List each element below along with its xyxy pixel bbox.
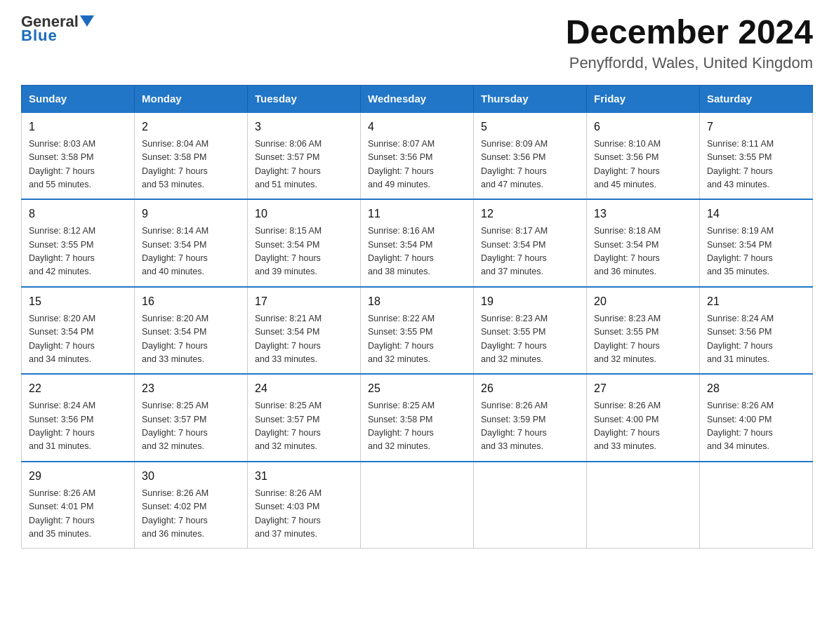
day-number: 22 <box>29 380 127 397</box>
day-number: 1 <box>29 119 127 135</box>
calendar-cell: 17Sunrise: 8:21 AMSunset: 3:54 PMDayligh… <box>248 287 361 375</box>
location-text: Penyffordd, Wales, United Kingdom <box>566 54 813 72</box>
day-info: Sunrise: 8:23 AMSunset: 3:55 PMDaylight:… <box>481 312 579 367</box>
calendar-cell: 3Sunrise: 8:06 AMSunset: 3:57 PMDaylight… <box>248 112 361 200</box>
title-section: December 2024 Penyffordd, Wales, United … <box>566 14 813 72</box>
calendar-cell <box>474 462 587 549</box>
day-number: 27 <box>594 380 692 397</box>
day-number: 5 <box>481 119 579 135</box>
day-number: 16 <box>142 293 240 310</box>
day-number: 4 <box>368 119 466 135</box>
calendar-cell <box>361 462 474 549</box>
calendar-cell: 4Sunrise: 8:07 AMSunset: 3:56 PMDaylight… <box>361 112 474 200</box>
calendar-cell: 25Sunrise: 8:25 AMSunset: 3:58 PMDayligh… <box>361 374 474 462</box>
calendar-header-thursday: Thursday <box>474 85 587 112</box>
calendar-cell: 1Sunrise: 8:03 AMSunset: 3:58 PMDaylight… <box>22 112 135 200</box>
calendar-cell: 8Sunrise: 8:12 AMSunset: 3:55 PMDaylight… <box>22 199 135 287</box>
calendar-header-sunday: Sunday <box>22 85 135 112</box>
day-info: Sunrise: 8:24 AMSunset: 3:56 PMDaylight:… <box>707 312 805 367</box>
day-info: Sunrise: 8:23 AMSunset: 3:55 PMDaylight:… <box>594 312 692 367</box>
day-number: 15 <box>29 293 127 310</box>
calendar-header-monday: Monday <box>135 85 248 112</box>
day-info: Sunrise: 8:26 AMSunset: 4:00 PMDaylight:… <box>707 399 805 454</box>
day-number: 14 <box>707 206 805 222</box>
day-info: Sunrise: 8:14 AMSunset: 3:54 PMDaylight:… <box>142 224 240 279</box>
day-info: Sunrise: 8:19 AMSunset: 3:54 PMDaylight:… <box>707 224 805 279</box>
day-info: Sunrise: 8:11 AMSunset: 3:55 PMDaylight:… <box>707 137 805 192</box>
calendar-header-wednesday: Wednesday <box>361 85 474 112</box>
day-number: 9 <box>142 206 240 222</box>
day-info: Sunrise: 8:10 AMSunset: 3:56 PMDaylight:… <box>594 137 692 192</box>
calendar-week-row: 15Sunrise: 8:20 AMSunset: 3:54 PMDayligh… <box>22 287 813 375</box>
day-info: Sunrise: 8:26 AMSunset: 4:00 PMDaylight:… <box>594 399 692 454</box>
day-number: 26 <box>481 380 579 397</box>
day-info: Sunrise: 8:06 AMSunset: 3:57 PMDaylight:… <box>255 137 353 192</box>
calendar-cell: 18Sunrise: 8:22 AMSunset: 3:55 PMDayligh… <box>361 287 474 375</box>
calendar-week-row: 1Sunrise: 8:03 AMSunset: 3:58 PMDaylight… <box>22 112 813 200</box>
calendar-header-tuesday: Tuesday <box>248 85 361 112</box>
day-info: Sunrise: 8:09 AMSunset: 3:56 PMDaylight:… <box>481 137 579 192</box>
calendar-cell: 7Sunrise: 8:11 AMSunset: 3:55 PMDaylight… <box>700 112 813 200</box>
day-info: Sunrise: 8:22 AMSunset: 3:55 PMDaylight:… <box>368 312 466 367</box>
day-info: Sunrise: 8:25 AMSunset: 3:57 PMDaylight:… <box>255 399 353 454</box>
logo: General Blue <box>21 14 94 45</box>
calendar-week-row: 29Sunrise: 8:26 AMSunset: 4:01 PMDayligh… <box>22 462 813 549</box>
day-number: 8 <box>29 206 127 222</box>
day-number: 19 <box>481 293 579 310</box>
day-number: 24 <box>255 380 353 397</box>
month-title: December 2024 <box>566 14 813 51</box>
calendar-header-saturday: Saturday <box>700 85 813 112</box>
calendar-cell <box>700 462 813 549</box>
day-info: Sunrise: 8:20 AMSunset: 3:54 PMDaylight:… <box>29 312 127 367</box>
calendar-cell: 31Sunrise: 8:26 AMSunset: 4:03 PMDayligh… <box>248 462 361 549</box>
page-header: General Blue December 2024 Penyffordd, W… <box>21 14 813 72</box>
calendar-cell: 10Sunrise: 8:15 AMSunset: 3:54 PMDayligh… <box>248 199 361 287</box>
day-number: 23 <box>142 380 240 397</box>
day-info: Sunrise: 8:03 AMSunset: 3:58 PMDaylight:… <box>29 137 127 192</box>
calendar-cell: 13Sunrise: 8:18 AMSunset: 3:54 PMDayligh… <box>587 199 700 287</box>
calendar-cell: 11Sunrise: 8:16 AMSunset: 3:54 PMDayligh… <box>361 199 474 287</box>
calendar-cell <box>587 462 700 549</box>
logo-blue-text: Blue <box>21 27 58 45</box>
calendar-week-row: 8Sunrise: 8:12 AMSunset: 3:55 PMDaylight… <box>22 199 813 287</box>
day-info: Sunrise: 8:07 AMSunset: 3:56 PMDaylight:… <box>368 137 466 192</box>
calendar-cell: 24Sunrise: 8:25 AMSunset: 3:57 PMDayligh… <box>248 374 361 462</box>
calendar-cell: 5Sunrise: 8:09 AMSunset: 3:56 PMDaylight… <box>474 112 587 200</box>
day-info: Sunrise: 8:26 AMSunset: 3:59 PMDaylight:… <box>481 399 579 454</box>
day-number: 20 <box>594 293 692 310</box>
day-info: Sunrise: 8:12 AMSunset: 3:55 PMDaylight:… <box>29 224 127 279</box>
calendar-header-row: SundayMondayTuesdayWednesdayThursdayFrid… <box>22 85 813 112</box>
day-info: Sunrise: 8:26 AMSunset: 4:02 PMDaylight:… <box>142 487 240 542</box>
calendar-cell: 27Sunrise: 8:26 AMSunset: 4:00 PMDayligh… <box>587 374 700 462</box>
calendar-cell: 19Sunrise: 8:23 AMSunset: 3:55 PMDayligh… <box>474 287 587 375</box>
day-number: 29 <box>29 468 127 485</box>
calendar-table: SundayMondayTuesdayWednesdayThursdayFrid… <box>21 85 813 549</box>
day-number: 13 <box>594 206 692 222</box>
calendar-cell: 14Sunrise: 8:19 AMSunset: 3:54 PMDayligh… <box>700 199 813 287</box>
calendar-cell: 2Sunrise: 8:04 AMSunset: 3:58 PMDaylight… <box>135 112 248 200</box>
day-number: 2 <box>142 119 240 135</box>
day-number: 6 <box>594 119 692 135</box>
day-info: Sunrise: 8:25 AMSunset: 3:58 PMDaylight:… <box>368 399 466 454</box>
day-info: Sunrise: 8:16 AMSunset: 3:54 PMDaylight:… <box>368 224 466 279</box>
calendar-cell: 15Sunrise: 8:20 AMSunset: 3:54 PMDayligh… <box>22 287 135 375</box>
day-info: Sunrise: 8:25 AMSunset: 3:57 PMDaylight:… <box>142 399 240 454</box>
day-info: Sunrise: 8:04 AMSunset: 3:58 PMDaylight:… <box>142 137 240 192</box>
day-info: Sunrise: 8:24 AMSunset: 3:56 PMDaylight:… <box>29 399 127 454</box>
calendar-week-row: 22Sunrise: 8:24 AMSunset: 3:56 PMDayligh… <box>22 374 813 462</box>
day-info: Sunrise: 8:26 AMSunset: 4:01 PMDaylight:… <box>29 487 127 542</box>
calendar-cell: 6Sunrise: 8:10 AMSunset: 3:56 PMDaylight… <box>587 112 700 200</box>
day-info: Sunrise: 8:26 AMSunset: 4:03 PMDaylight:… <box>255 487 353 542</box>
calendar-cell: 21Sunrise: 8:24 AMSunset: 3:56 PMDayligh… <box>700 287 813 375</box>
calendar-cell: 9Sunrise: 8:14 AMSunset: 3:54 PMDaylight… <box>135 199 248 287</box>
day-info: Sunrise: 8:18 AMSunset: 3:54 PMDaylight:… <box>594 224 692 279</box>
calendar-cell: 22Sunrise: 8:24 AMSunset: 3:56 PMDayligh… <box>22 374 135 462</box>
day-number: 12 <box>481 206 579 222</box>
day-info: Sunrise: 8:15 AMSunset: 3:54 PMDaylight:… <box>255 224 353 279</box>
day-number: 25 <box>368 380 466 397</box>
day-info: Sunrise: 8:17 AMSunset: 3:54 PMDaylight:… <box>481 224 579 279</box>
calendar-cell: 23Sunrise: 8:25 AMSunset: 3:57 PMDayligh… <box>135 374 248 462</box>
day-number: 3 <box>255 119 353 135</box>
day-number: 10 <box>255 206 353 222</box>
calendar-header-friday: Friday <box>587 85 700 112</box>
